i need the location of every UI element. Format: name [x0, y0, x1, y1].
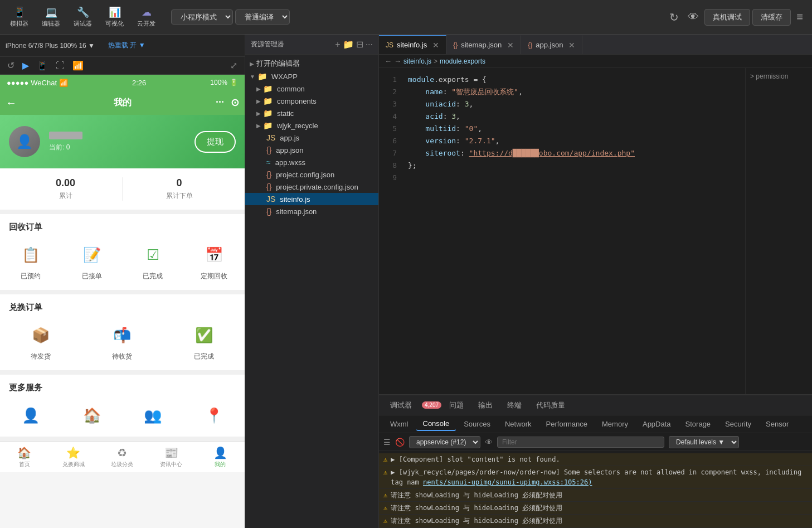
order-item-booked[interactable]: 📋 已预约	[0, 243, 61, 281]
devtools-tab-issues[interactable]: 问题	[443, 398, 470, 413]
project-private-config-file[interactable]: {} project.private.config.json	[245, 181, 378, 193]
expand-btn[interactable]: ⤢	[227, 59, 240, 72]
console-subtab-appdata[interactable]: AppData	[636, 418, 678, 430]
devtools-tab-output[interactable]: 输出	[471, 398, 499, 413]
service-item-group[interactable]: 👥	[123, 403, 184, 428]
cloud-btn[interactable]: ☁ 云开发	[133, 4, 160, 30]
more-btn[interactable]: ≡	[793, 8, 806, 26]
devtools-tab-terminal[interactable]: 终端	[500, 398, 528, 413]
exchange-item-pending-receive[interactable]: 📬 待收货	[81, 323, 163, 361]
console-clear-btn[interactable]: 🚫	[395, 438, 405, 447]
service-item-location[interactable]: 📍	[183, 403, 245, 428]
mode-select[interactable]: 小程序模式	[171, 9, 233, 25]
editor-btn[interactable]: 💻 编辑器	[37, 4, 65, 30]
tab-appjson-close-btn[interactable]: ✕	[568, 41, 575, 50]
file-panel: 资源管理器 + 📁 ⊟ ··· ▶ 打开的编辑器 ▼ 📁 WXAPP ▶	[245, 35, 379, 528]
play-btn[interactable]: ▶	[20, 59, 32, 72]
nav-shop-label: 兑换商城	[62, 461, 85, 468]
breadcrumb-back-btn[interactable]: ←	[385, 57, 392, 65]
preview-eye-btn[interactable]: 👁	[684, 8, 702, 26]
nav-recycle[interactable]: ♻ 垃圾分类	[98, 442, 147, 472]
open-editors-section[interactable]: ▶ 打开的编辑器	[245, 57, 378, 70]
wxapp-folder[interactable]: ▼ 📁 WXAPP	[245, 70, 378, 83]
project-config-file[interactable]: {} project.config.json	[245, 168, 378, 181]
code-editor[interactable]: module.exports = { name: "智慧废品回收系统", uni…	[401, 68, 745, 394]
service-item-home[interactable]: 🏠	[61, 403, 123, 428]
service-item-user[interactable]: 👤	[0, 403, 61, 428]
more-files-btn[interactable]: ···	[366, 40, 373, 50]
console-subtab-console[interactable]: Console	[416, 417, 456, 431]
stretch-btn[interactable]: ⛶	[53, 60, 67, 72]
app-json-label: app.json	[276, 146, 303, 154]
app-js-file[interactable]: JS app.js	[245, 132, 378, 144]
rotate-btn[interactable]: ↺	[4, 59, 17, 72]
devtools-tab-codequality[interactable]: 代码质量	[529, 398, 572, 413]
settings-icon[interactable]: ⊙	[231, 96, 239, 109]
exchange-item-completed[interactable]: ✅ 已完成	[163, 323, 245, 361]
console-subtab-memory[interactable]: Memory	[595, 418, 635, 430]
hot-reload[interactable]: 热重载 开 ▼	[108, 41, 145, 50]
tab-sitemap-json[interactable]: {} sitemap.json ✕	[446, 35, 521, 54]
debugger-btn[interactable]: 🔧 调试器	[69, 4, 96, 30]
nav-news-label: 资讯中心	[160, 461, 182, 468]
sitemap-json-file[interactable]: {} sitemap.json	[245, 205, 378, 217]
compile-mode-select[interactable]: 普通编译	[235, 9, 290, 25]
common-folder-icon: 📁	[263, 84, 273, 93]
nav-shop[interactable]: ⭐ 兑换商城	[49, 442, 98, 472]
nav-home[interactable]: 🏠 首页	[0, 442, 49, 472]
console-subtab-sources[interactable]: Sources	[457, 418, 497, 430]
refresh-btn[interactable]: ↻	[666, 8, 682, 26]
console-subtab-security[interactable]: Security	[718, 418, 758, 430]
editor-breadcrumb: ← → siteinfo.js > module.exports	[379, 55, 812, 68]
app-wxss-file[interactable]: ≈ app.wxss	[245, 156, 378, 168]
console-subtab-sensor[interactable]: Sensor	[759, 418, 795, 430]
static-folder[interactable]: ▶ 📁 static	[245, 107, 378, 119]
clear-cache-btn[interactable]: 清缓存	[752, 9, 791, 26]
wechat-status-bar: ●●●●● WeChat 📶 2:26 100% 🔋	[0, 75, 245, 90]
nav-news[interactable]: 📰 资讯中心	[147, 442, 196, 472]
back-icon[interactable]: ←	[6, 96, 17, 109]
console-sidebar-btn[interactable]: ☰	[383, 438, 391, 447]
tab-close-btn[interactable]: ✕	[432, 41, 439, 50]
pending-send-label: 待发货	[31, 352, 51, 361]
visualize-btn[interactable]: 📊 可视化	[101, 4, 128, 30]
withdraw-button[interactable]: 提现	[195, 131, 236, 153]
console-subtab-network[interactable]: Network	[498, 418, 538, 430]
devtools-tab-debugger[interactable]: 调试器	[383, 398, 419, 413]
devtools-badge: 4,207	[422, 401, 441, 409]
more-dots-icon[interactable]: ···	[216, 96, 224, 109]
order-item-completed[interactable]: ☑ 已完成	[123, 243, 184, 281]
order-item-received[interactable]: 📝 已接单	[61, 243, 123, 281]
new-file-btn[interactable]: +	[335, 40, 340, 50]
simulator-btn[interactable]: 📱 模拟器	[6, 4, 33, 30]
collapse-all-btn[interactable]: ⊟	[356, 39, 363, 50]
console-msg-4: ⚠ 请注意 showLoading 与 hideLoading 必须配对使用	[379, 515, 812, 527]
phone-outline-btn[interactable]: 📱	[34, 59, 51, 72]
order-item-periodic[interactable]: 📅 定期回收	[183, 243, 245, 281]
tab-siteinfo-js[interactable]: JS siteinfo.js ✕	[379, 35, 446, 54]
console-subtab-wxml[interactable]: Wxml	[383, 418, 415, 430]
components-folder[interactable]: ▶ 📁 components	[245, 95, 378, 107]
siteinfo-js-file[interactable]: JS siteinfo.js	[245, 193, 378, 205]
nav-mine[interactable]: 👤 我的	[196, 442, 245, 472]
sidebar-actions: + 📁 ⊟ ···	[335, 39, 373, 50]
common-folder[interactable]: ▶ 📁 common	[245, 83, 378, 95]
console-link-1[interactable]: nents/sunui-upimg/sunui-upimg.wxss:105:2…	[423, 478, 592, 486]
console-filter-input[interactable]	[497, 437, 664, 448]
console-subtab-performance[interactable]: Performance	[539, 418, 594, 430]
wifi-btn[interactable]: 📶	[70, 59, 86, 72]
real-debug-btn[interactable]: 真机调试	[704, 9, 750, 26]
breadcrumb-forward-btn[interactable]: →	[394, 57, 401, 65]
console-context-select[interactable]: appservice (#12)	[409, 436, 480, 448]
tab-app-json[interactable]: {} app.json ✕	[521, 35, 582, 54]
new-folder-btn[interactable]: 📁	[343, 39, 354, 50]
console-eye-btn[interactable]: 👁	[485, 438, 493, 447]
console-level-select[interactable]: Default levels ▼	[669, 436, 739, 448]
wjyk-recycle-folder[interactable]: ▶ 📁 wjyk_recycle	[245, 119, 378, 132]
exchange-item-pending-send[interactable]: 📦 待发货	[0, 323, 81, 361]
app-json-file[interactable]: {} app.json	[245, 144, 378, 156]
components-label: components	[277, 97, 317, 105]
console-subtab-storage[interactable]: Storage	[679, 418, 718, 430]
tab-sitemap-close-btn[interactable]: ✕	[507, 41, 514, 50]
received-label: 已接单	[82, 272, 102, 281]
